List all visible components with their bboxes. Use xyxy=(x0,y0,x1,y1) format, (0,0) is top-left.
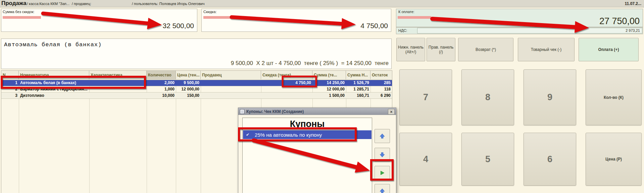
to-pay-value: 27 750,00 xyxy=(599,16,640,26)
arrow-down-icon xyxy=(379,152,385,158)
cell-characteristic xyxy=(89,80,147,86)
sum-without-discount-value: 32 500,00 xyxy=(163,22,194,30)
cell-price: 12 000,00 xyxy=(176,86,201,92)
cell-quantity: 2,000 xyxy=(147,80,176,86)
table-row[interactable]: 3 Дизтопливо 10,000 150,00 1 500,00 160,… xyxy=(1,92,392,99)
cell-seller xyxy=(201,92,261,99)
close-icon[interactable]: × xyxy=(388,109,395,115)
col-header-sum-vat[interactable]: Сумма Н... xyxy=(346,71,370,79)
cell-sum-vat: 160,71 xyxy=(346,92,370,99)
numpad-key-6[interactable]: 6 xyxy=(524,133,576,186)
discount-box: Скидка: 4 750,00 xyxy=(201,9,391,32)
arrow-up-icon xyxy=(379,188,385,193)
to-pay-label: К оплате: xyxy=(398,10,414,14)
col-header-characteristic[interactable]: Характеристика xyxy=(89,71,147,79)
key-label: 8 xyxy=(485,92,490,103)
numpad-key-7[interactable]: 7 xyxy=(399,69,452,125)
cell-stock: 285 xyxy=(370,80,392,86)
cell-sum: 12 000,00 xyxy=(312,86,346,92)
sum-without-discount-label: Сумма без скидок: xyxy=(3,10,35,14)
coupons-dialog-titlebar[interactable]: Купоны: Чек ККМ (Создание) × xyxy=(238,108,396,115)
vat-label: НДС: xyxy=(398,28,407,33)
current-date: 11.07.2... xyxy=(625,1,641,6)
cell-seller xyxy=(201,86,261,92)
cell-stock: 6 290 xyxy=(370,92,392,99)
key-label: 9 xyxy=(547,92,552,103)
sum-without-discount-box: Сумма без скидок: 32 500,00 xyxy=(1,9,197,32)
extra-dialog-button[interactable] xyxy=(375,184,390,193)
return-button[interactable]: Возврат (*) xyxy=(458,38,513,61)
cell-characteristic xyxy=(89,92,147,99)
kassa-subtitle: / касса:Касса ККМ "Зап... xyxy=(27,2,69,6)
right-panel-button[interactable]: Прав. панель (/) xyxy=(427,38,455,61)
seller-subtitle: / продавец: xyxy=(72,2,91,6)
coupons-list-panel: Купоны ✔ 25% на автоэмаль по купону xyxy=(242,118,372,193)
pos-sale-window: { "window": { "title": "Продажа", "subti… xyxy=(0,0,644,193)
col-header-price[interactable]: Цена (тен... xyxy=(176,71,201,79)
col-header-stock[interactable]: Остаток xyxy=(370,71,392,79)
move-down-button[interactable] xyxy=(375,148,390,162)
to-pay-highlight-bar xyxy=(398,16,431,19)
cell-characteristic xyxy=(89,86,147,92)
key-label: 6 xyxy=(547,154,552,165)
numpad-key-5[interactable]: 5 xyxy=(461,133,514,186)
col-header-seller[interactable]: Продавец xyxy=(201,71,261,79)
cell-quantity: 10,000 xyxy=(147,92,176,99)
cell-quantity: 1,000 xyxy=(147,86,176,92)
key-label: Кол-во (К) xyxy=(604,95,624,100)
col-header-discount[interactable]: Скидка (тенге) xyxy=(261,71,312,79)
check-icon: ✔ xyxy=(246,132,249,137)
numpad-key-8[interactable]: 8 xyxy=(461,69,514,125)
cell-n: 2 xyxy=(1,86,19,92)
numpad-key-price[interactable]: Цена (Р) xyxy=(586,133,642,186)
cell-stock: 118 xyxy=(370,86,392,92)
cell-price: 150,00 xyxy=(176,92,201,99)
bottom-panel-button[interactable]: Нижн. панель (Alt+/) xyxy=(396,38,425,61)
cell-discount: 4 750,00 xyxy=(261,80,312,86)
coupons-dialog-title: Купоны: Чек ККМ (Создание) xyxy=(246,109,304,114)
cell-nomenclature: Вариатор нижний с гидроцилин... xyxy=(19,86,89,92)
arrow-up-icon xyxy=(379,133,385,139)
cell-sum-vat: 1 285,71 xyxy=(346,86,370,92)
to-pay-box: К оплате: 27 750,00 xyxy=(396,9,643,27)
coupons-heading: Купоны xyxy=(243,119,372,129)
numpad-key-4[interactable]: 4 xyxy=(399,133,452,186)
cell-n: 1 xyxy=(1,80,19,86)
apply-coupon-button[interactable] xyxy=(375,166,390,180)
key-label: Цена (Р) xyxy=(605,157,622,162)
receipt-button[interactable]: Товарный чек (-) xyxy=(518,38,575,61)
product-display-panel: Автоэмаль белая (в банках) 9 500,00 X 2 … xyxy=(1,39,392,69)
discount-highlight-bar xyxy=(203,16,232,19)
coupon-item-label: 25% на автоэмаль по купону xyxy=(255,132,322,138)
window-titlebar: Продажа / касса:Касса ККМ "Зап... / прод… xyxy=(0,0,644,7)
col-header-sum[interactable]: Сумма (те... xyxy=(312,71,346,79)
coupon-list-item-selected[interactable]: ✔ 25% на автоэмаль по купону xyxy=(243,130,371,139)
sum-highlight-bar xyxy=(3,16,41,19)
table-row-selected[interactable]: 1 Автоэмаль белая (в банках) 2,000 9 500… xyxy=(1,80,392,86)
payment-button[interactable]: Оплата (+) xyxy=(579,38,639,61)
col-header-n[interactable]: N xyxy=(1,71,19,79)
cell-seller xyxy=(201,80,261,86)
col-header-quantity[interactable]: Количество xyxy=(147,71,176,79)
coupons-dialog: Купоны: Чек ККМ (Создание) × Купоны ✔ 25… xyxy=(238,108,396,193)
numpad-key-quantity[interactable]: Кол-во (К) xyxy=(586,69,642,125)
cell-sum: 14 250,00 xyxy=(312,80,346,86)
numpad-key-9[interactable]: 9 xyxy=(524,69,576,125)
vat-row: НДС: 2 973,21 xyxy=(396,27,643,34)
vat-field: 2 973,21 xyxy=(417,28,642,34)
key-label: 4 xyxy=(423,154,428,165)
price-calculation-line: 9 500,00 X 2 шт - 4 750,00 тенге ( 25% )… xyxy=(231,60,389,67)
play-icon xyxy=(379,170,385,176)
discount-value: 4 750,00 xyxy=(360,22,388,30)
key-label: 7 xyxy=(423,92,428,103)
document-icon xyxy=(240,109,244,114)
cell-n: 3 xyxy=(1,92,19,99)
cell-discount xyxy=(261,86,312,92)
product-name: Автоэмаль белая (в банках) xyxy=(4,42,102,48)
key-label: 5 xyxy=(485,154,490,165)
cell-price: 9 500,00 xyxy=(176,80,201,86)
col-header-nomenclature[interactable]: Номенклатура xyxy=(19,71,89,79)
cell-nomenclature: Автоэмаль белая (в банках) xyxy=(19,80,89,86)
move-up-button[interactable] xyxy=(375,129,390,143)
table-row[interactable]: 2 Вариатор нижний с гидроцилин... 1,000 … xyxy=(1,86,392,92)
